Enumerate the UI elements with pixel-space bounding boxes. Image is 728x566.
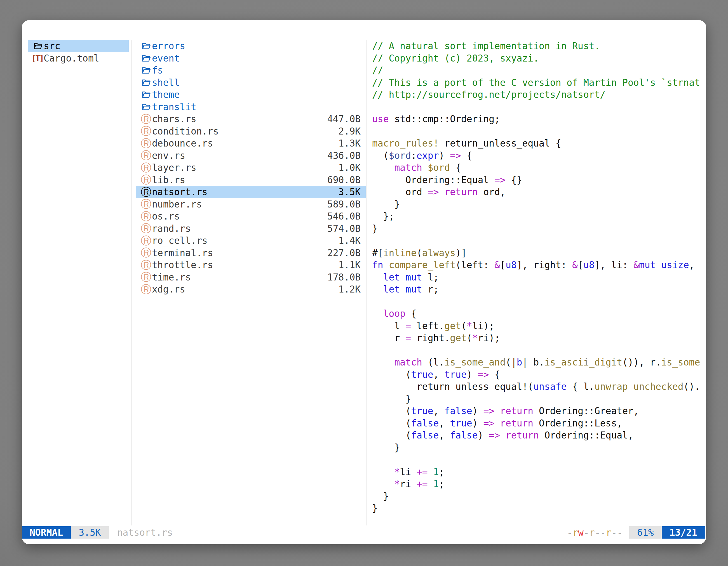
- current-directory-pane: errorseventfsshellthemetranslitⓇchars.rs…: [136, 40, 366, 295]
- entry-name: xdg.rs: [152, 284, 185, 295]
- entry-size: 2.9K: [339, 126, 361, 137]
- parent-directory-pane: src[T]Cargo.toml: [28, 40, 129, 64]
- entry-size: 3.5K: [339, 187, 361, 198]
- code-line: (false, false) => return Ordering::Equal…: [372, 429, 706, 441]
- rust-file-icon: Ⓡ: [140, 223, 152, 235]
- file-entry-terminal.rs[interactable]: Ⓡterminal.rs227.0B: [136, 247, 366, 259]
- entry-name: translit: [152, 102, 196, 112]
- code-line: ord => return ord,: [372, 186, 706, 198]
- file-size-indicator: 3.5K: [71, 526, 109, 539]
- open-folder-icon: [140, 52, 152, 65]
- rust-file-icon: Ⓡ: [140, 235, 152, 247]
- file-entry-condition.rs[interactable]: Ⓡcondition.rs2.9K: [136, 125, 366, 138]
- code-line: r = right.get(*ri);: [372, 332, 706, 344]
- file-permissions: -rw-r--r--: [567, 527, 623, 538]
- code-line: // This is a port of the C version of Ma…: [372, 77, 706, 89]
- code-line: let mut r;: [372, 283, 706, 295]
- rust-file-icon: Ⓡ: [140, 174, 152, 186]
- entry-size: 227.0B: [327, 248, 361, 259]
- file-entry-ro_cell.rs[interactable]: Ⓡro_cell.rs1.4K: [136, 235, 366, 247]
- code-line: Ordering::Equal => {}: [372, 174, 706, 186]
- code-line: #[inline(always)]: [372, 247, 706, 259]
- code-line: [372, 344, 706, 356]
- entry-name: rand.rs: [152, 223, 191, 234]
- code-line: // Copyright (c) 2023, sxyazi.: [372, 52, 706, 65]
- entry-name: lib.rs: [152, 175, 185, 186]
- file-entry-Cargo.toml[interactable]: [T]Cargo.toml: [28, 52, 129, 65]
- entry-name: debounce.rs: [152, 138, 213, 149]
- code-line: }: [372, 490, 706, 502]
- code-line: (false, true) => return Ordering::Less,: [372, 417, 706, 429]
- dir-entry-translit[interactable]: translit: [136, 101, 366, 113]
- code-line: fn compare_left(left: &[u8], right: &[u8…: [372, 259, 706, 271]
- entry-name: src: [44, 41, 60, 51]
- file-entry-throttle.rs[interactable]: Ⓡthrottle.rs1.1K: [136, 259, 366, 271]
- file-entry-chars.rs[interactable]: Ⓡchars.rs447.0B: [136, 113, 366, 125]
- code-line: // A natural sort implementation in Rust…: [372, 40, 706, 52]
- open-folder-icon: [140, 40, 152, 52]
- code-line: l = left.get(*li);: [372, 320, 706, 332]
- rust-file-icon: Ⓡ: [140, 137, 152, 150]
- file-entry-rand.rs[interactable]: Ⓡrand.rs574.0B: [136, 223, 366, 235]
- entry-name: theme: [152, 89, 180, 100]
- pane-divider-right: [367, 40, 367, 525]
- entry-size: 436.0B: [327, 150, 361, 161]
- code-line: [372, 235, 706, 247]
- dir-entry-fs[interactable]: fs: [136, 64, 366, 77]
- dir-entry-theme[interactable]: theme: [136, 89, 366, 101]
- file-entry-number.rs[interactable]: Ⓡnumber.rs589.0B: [136, 198, 366, 211]
- file-entry-debounce.rs[interactable]: Ⓡdebounce.rs1.3K: [136, 137, 366, 150]
- open-folder-icon: [140, 101, 152, 113]
- code-line: }: [372, 198, 706, 211]
- entry-name: fs: [152, 65, 163, 76]
- status-file-name: natsort.rs: [117, 527, 173, 538]
- code-line: match (l.is_some_and(|b| b.is_ascii_digi…: [372, 356, 706, 368]
- toml-file-icon: [T]: [32, 52, 44, 65]
- entry-size: 574.0B: [327, 223, 361, 234]
- code-line: }: [372, 441, 706, 454]
- code-line: [372, 101, 706, 113]
- file-entry-layer.rs[interactable]: Ⓡlayer.rs1.0K: [136, 162, 366, 174]
- rust-file-icon: Ⓡ: [140, 162, 152, 174]
- entry-name: ro_cell.rs: [152, 235, 208, 246]
- rust-file-icon: Ⓡ: [140, 198, 152, 211]
- file-entry-xdg.rs[interactable]: Ⓡxdg.rs1.2K: [136, 283, 366, 295]
- rust-file-icon: Ⓡ: [140, 186, 152, 198]
- cursor-position-indicator: 13/21: [662, 526, 705, 539]
- entry-size: 1.4K: [339, 235, 361, 246]
- code-line: let mut l;: [372, 271, 706, 283]
- code-line: [372, 454, 706, 466]
- dir-entry-event[interactable]: event: [136, 52, 366, 65]
- open-folder-icon: [140, 89, 152, 101]
- code-line: (true, true) => {: [372, 368, 706, 381]
- entry-name: layer.rs: [152, 162, 196, 173]
- open-folder-icon: [32, 40, 44, 52]
- entry-size: 1.3K: [339, 138, 361, 149]
- dir-entry-shell[interactable]: shell: [136, 77, 366, 89]
- entry-name: condition.rs: [152, 126, 219, 137]
- file-entry-natsort.rs[interactable]: Ⓡnatsort.rs3.5K: [136, 186, 366, 198]
- dir-entry-src[interactable]: src: [28, 40, 129, 52]
- scroll-percent-indicator: 61%: [629, 526, 662, 539]
- file-entry-env.rs[interactable]: Ⓡenv.rs436.0B: [136, 150, 366, 162]
- code-line: (true, false) => return Ordering::Greate…: [372, 405, 706, 417]
- file-entry-time.rs[interactable]: Ⓡtime.rs178.0B: [136, 271, 366, 283]
- status-bar-right: -rw-r--r-- 61% 13/21: [567, 526, 706, 539]
- file-entry-lib.rs[interactable]: Ⓡlib.rs690.0B: [136, 174, 366, 186]
- code-line: *ri += 1;: [372, 478, 706, 490]
- entry-name: number.rs: [152, 199, 202, 210]
- file-entry-os.rs[interactable]: Ⓡos.rs546.0B: [136, 210, 366, 223]
- rust-file-icon: Ⓡ: [140, 271, 152, 283]
- rust-file-icon: Ⓡ: [140, 150, 152, 162]
- entry-name: natsort.rs: [152, 187, 208, 198]
- entry-name: env.rs: [152, 150, 185, 161]
- code-line: macro_rules! return_unless_equal {: [372, 137, 706, 150]
- mode-indicator: NORMAL: [22, 526, 71, 539]
- entry-name: chars.rs: [152, 114, 196, 125]
- code-line: };: [372, 210, 706, 223]
- code-line: ($ord:expr) => {: [372, 150, 706, 162]
- rust-file-icon: Ⓡ: [140, 247, 152, 259]
- dir-entry-errors[interactable]: errors: [136, 40, 366, 52]
- file-preview-pane: // A natural sort implementation in Rust…: [372, 40, 706, 527]
- rust-file-icon: Ⓡ: [140, 210, 152, 223]
